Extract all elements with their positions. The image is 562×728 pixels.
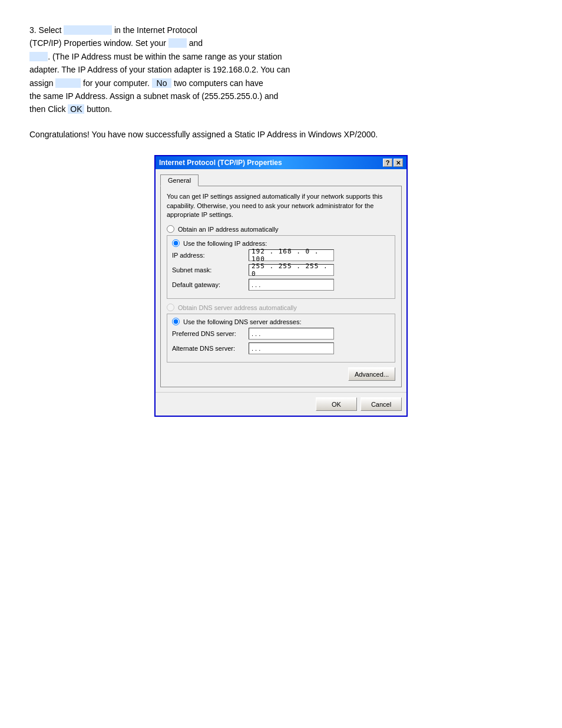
cancel-button[interactable]: Cancel bbox=[361, 397, 402, 411]
ip-address-value[interactable]: 192 . 168 . 0 . 100 bbox=[249, 249, 334, 261]
radio-obtain-dns-label: Obtain DNS server address automatically bbox=[178, 304, 297, 311]
close-button[interactable]: ✕ bbox=[394, 159, 403, 167]
dialog-footer: OK Cancel bbox=[156, 392, 406, 416]
dialog-content: General You can get IP settings assigned… bbox=[156, 169, 406, 392]
dialog-titlebar: Internet Protocol (TCP/IP) Properties ? … bbox=[156, 156, 406, 169]
subnet-mask-value[interactable]: 255 . 255 . 255 . 0 bbox=[249, 264, 334, 276]
radio-obtain-ip-label: Obtain an IP address automatically bbox=[178, 226, 278, 233]
radio-use-dns-row: Use the following DNS server addresses: bbox=[172, 318, 390, 325]
subnet-mask-row: Subnet mask: 255 . 255 . 255 . 0 bbox=[172, 264, 390, 276]
tab-general[interactable]: General bbox=[160, 174, 199, 186]
tab-strip: General bbox=[160, 174, 402, 186]
dialog-title: Internet Protocol (TCP/IP) Properties bbox=[159, 159, 282, 167]
default-gateway-row: Default gateway: . . . bbox=[172, 279, 390, 291]
ip-section-group: Use the following IP address: IP address… bbox=[167, 235, 395, 299]
help-button[interactable]: ? bbox=[383, 159, 392, 167]
highlight-select bbox=[64, 25, 112, 35]
titlebar-buttons: ? ✕ bbox=[383, 159, 403, 167]
default-gateway-label: Default gateway: bbox=[172, 281, 249, 288]
radio-obtain-dns-row: Obtain DNS server address automatically bbox=[167, 304, 395, 311]
dialog-wrapper: Internet Protocol (TCP/IP) Properties ? … bbox=[29, 155, 533, 417]
info-text: You can get IP settings assigned automat… bbox=[167, 192, 395, 219]
ok-button[interactable]: OK bbox=[316, 397, 357, 411]
radio-use-ip-row: Use the following IP address: bbox=[172, 239, 390, 247]
alternate-dns-label: Alternate DNS server: bbox=[172, 345, 249, 352]
radio-use-dns-label: Use the following DNS server addresses: bbox=[183, 318, 302, 325]
step-number: 3. bbox=[29, 25, 37, 35]
radio-obtain-ip[interactable] bbox=[167, 225, 174, 233]
default-gateway-value[interactable]: . . . bbox=[249, 279, 334, 291]
highlight-ip bbox=[168, 38, 187, 48]
ip-address-label: IP address: bbox=[172, 252, 249, 259]
tab-content: You can get IP settings assigned automat… bbox=[160, 186, 402, 387]
advanced-button[interactable]: Advanced... bbox=[348, 367, 395, 381]
tcp-ip-dialog: Internet Protocol (TCP/IP) Properties ? … bbox=[154, 155, 408, 417]
ip-address-row: IP address: 192 . 168 . 0 . 100 bbox=[172, 249, 390, 261]
radio-obtain-ip-row: Obtain an IP address automatically bbox=[167, 225, 395, 233]
instruction-block: 3. Select in the Internet Protocol (TCP/… bbox=[29, 24, 533, 116]
radio-obtain-dns[interactable] bbox=[167, 304, 174, 311]
radio-use-ip[interactable] bbox=[172, 239, 180, 247]
radio-use-ip-label: Use the following IP address: bbox=[183, 240, 267, 247]
highlight-ok: OK bbox=[68, 104, 84, 114]
dns-section-group: Use the following DNS server addresses: … bbox=[167, 314, 395, 363]
preferred-dns-value[interactable]: . . . bbox=[249, 328, 334, 340]
preferred-dns-label: Preferred DNS server: bbox=[172, 330, 249, 337]
preferred-dns-row: Preferred DNS server: . . . bbox=[172, 328, 390, 340]
highlight-no: No bbox=[152, 78, 171, 88]
highlight-subnet bbox=[29, 52, 48, 61]
alternate-dns-value[interactable]: . . . bbox=[249, 342, 334, 354]
alternate-dns-row: Alternate DNS server: . . . bbox=[172, 342, 390, 354]
radio-use-dns[interactable] bbox=[172, 318, 180, 325]
advanced-row: Advanced... bbox=[167, 367, 395, 381]
congrats-text: Congratulations! You have now successful… bbox=[29, 128, 533, 141]
subnet-mask-label: Subnet mask: bbox=[172, 266, 249, 274]
highlight-assign bbox=[55, 78, 81, 88]
